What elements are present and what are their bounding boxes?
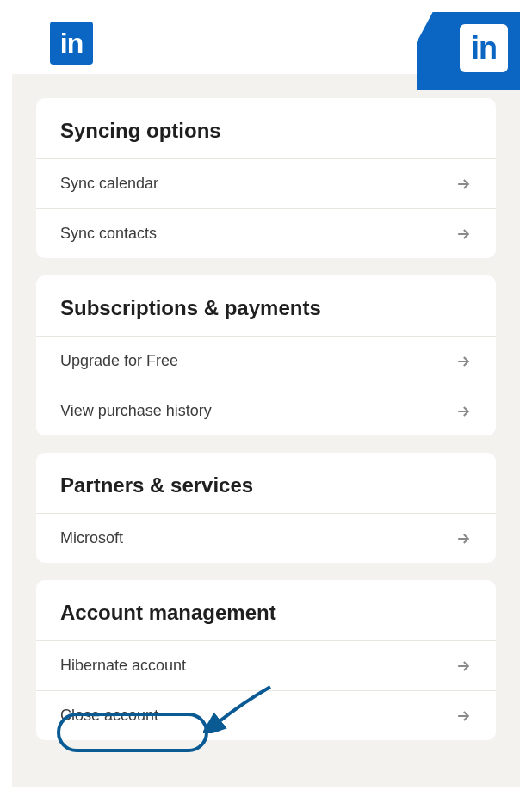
linkedin-logo-icon[interactable]: in xyxy=(460,24,508,72)
arrow-right-icon xyxy=(455,530,472,547)
account-management-card: Account management Hibernate account Clo… xyxy=(36,580,496,740)
arrow-right-icon xyxy=(455,658,472,675)
row-label: Sync calendar xyxy=(60,175,158,193)
row-label: Sync contacts xyxy=(60,225,157,243)
row-label: View purchase history xyxy=(60,402,212,420)
linkedin-in-text: in xyxy=(471,30,497,66)
card-header: Partners & services xyxy=(36,453,496,513)
top-bar: in in xyxy=(12,12,520,74)
hibernate-account-row[interactable]: Hibernate account xyxy=(36,640,496,690)
linkedin-logo-icon[interactable]: in xyxy=(50,22,93,65)
arrow-right-icon xyxy=(455,353,472,370)
card-header: Subscriptions & payments xyxy=(36,275,496,336)
microsoft-row[interactable]: Microsoft xyxy=(36,513,496,563)
app-frame: in in Syncing options Sync calendar Sync… xyxy=(12,12,520,787)
upgrade-for-free-row[interactable]: Upgrade for Free xyxy=(36,336,496,386)
sync-contacts-row[interactable]: Sync contacts xyxy=(36,208,496,258)
sync-calendar-row[interactable]: Sync calendar xyxy=(36,158,496,208)
arrow-right-icon xyxy=(455,225,472,243)
settings-content: Syncing options Sync calendar Sync conta… xyxy=(12,74,520,740)
linkedin-corner-badge: in xyxy=(417,12,520,90)
subscriptions-payments-card: Subscriptions & payments Upgrade for Fre… xyxy=(36,275,496,435)
syncing-options-card: Syncing options Sync calendar Sync conta… xyxy=(36,98,496,258)
card-header: Syncing options xyxy=(36,98,496,158)
row-label: Microsoft xyxy=(60,529,123,547)
arrow-right-icon xyxy=(455,403,472,420)
partners-services-card: Partners & services Microsoft xyxy=(36,453,496,563)
close-account-row[interactable]: Close account xyxy=(36,690,496,740)
arrow-right-icon xyxy=(455,707,472,725)
view-purchase-history-row[interactable]: View purchase history xyxy=(36,386,496,435)
row-label: Hibernate account xyxy=(60,657,186,675)
row-label: Close account xyxy=(60,707,158,725)
arrow-right-icon xyxy=(455,176,472,193)
linkedin-in-text: in xyxy=(60,28,83,59)
row-label: Upgrade for Free xyxy=(60,352,178,370)
card-header: Account management xyxy=(36,580,496,640)
